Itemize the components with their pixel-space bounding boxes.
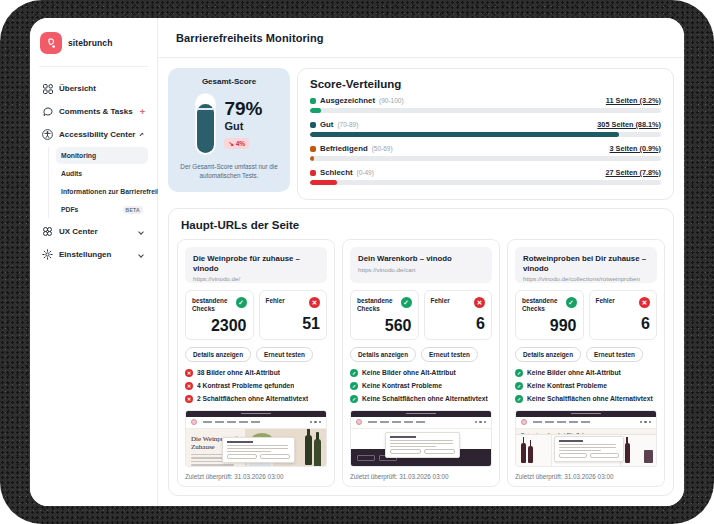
page-content: Gesamt-Score 79% Gut ↘ 4% Der Gesamt-Sco… xyxy=(158,58,684,506)
score-gauge xyxy=(195,93,216,155)
url-card-header: Die Weinprobe für zuhause – vinodo https… xyxy=(185,247,327,283)
distribution-pages-link[interactable]: 11 Seiten (3.2%) xyxy=(606,96,661,105)
retest-button[interactable]: Erneut testen xyxy=(421,347,478,362)
preview-navbar xyxy=(186,417,326,429)
accessibility-icon xyxy=(42,129,53,140)
url-card-title: Dein Warenkorb – vinodo xyxy=(358,254,484,264)
sidebar-item-accessibility-center[interactable]: Accessibility Center xyxy=(39,123,148,146)
error-icon: ✕ xyxy=(185,395,193,403)
add-comment-button[interactable]: + xyxy=(140,107,145,117)
error-circle-icon: ✕ xyxy=(474,297,485,308)
preview-nav-icons xyxy=(640,421,652,424)
distribution-pages-link[interactable]: 3 Seiten (0.9%) xyxy=(609,144,661,153)
app-window: sitebrunch Übersicht Comments & Tasks + xyxy=(30,18,684,506)
retest-button[interactable]: Erneut testen xyxy=(256,347,313,362)
errors-label: Fehler xyxy=(431,297,450,305)
distribution-label: Gut xyxy=(320,120,333,129)
issue-text: Keine Kontrast Probleme xyxy=(362,382,442,389)
distribution-label: Befriedigend xyxy=(320,144,368,153)
check-icon: ✓ xyxy=(350,369,358,377)
website-preview-collection: Rotweinproben bei Dir Zuhause xyxy=(515,410,657,467)
grid-icon xyxy=(42,83,53,94)
sidebar-item-einstellungen[interactable]: Einstellungen xyxy=(39,243,148,266)
url-card-title: Rotweinproben bei Dir zuhause – vinodo xyxy=(523,254,649,273)
details-button[interactable]: Details anzeigen xyxy=(515,347,581,362)
progress-fill xyxy=(310,180,337,185)
retest-button[interactable]: Erneut testen xyxy=(586,347,643,362)
chevron-down-icon xyxy=(138,229,144,235)
score-verteilung-card: Score-Verteilung Ausgezeichnet (90-100) … xyxy=(297,68,674,200)
preview-logo-icon xyxy=(356,419,362,425)
distribution-pages-link[interactable]: 27 Seiten (7.8%) xyxy=(605,168,661,177)
issue-text: 2 Schaltflächen ohne Alternativtext xyxy=(197,395,308,402)
check-circle-icon: ✓ xyxy=(566,297,577,308)
chevron-down-icon xyxy=(138,252,144,258)
sub-item-label: Audits xyxy=(61,170,143,177)
distribution-row-gut: Gut (70-89) 305 Seiten (88.1%) xyxy=(310,120,661,137)
accessibility-submenu: Monitoring Audits Informationen zur Barr… xyxy=(48,147,148,218)
legend-dot xyxy=(310,98,316,104)
errors-value: 6 xyxy=(596,316,651,332)
sidebar-item-audits[interactable]: Audits xyxy=(56,165,148,182)
progress-fill xyxy=(310,132,619,137)
sub-item-label: Monitoring xyxy=(61,152,143,159)
checks-stat: bestandene Checks ✓ 990 xyxy=(515,290,584,340)
sidebar-nav: Übersicht Comments & Tasks + Accessibili… xyxy=(39,77,148,266)
distribution-row-ausgezeichnet: Ausgezeichnet (90-100) 11 Seiten (3.2%) xyxy=(310,96,661,113)
checks-label: bestandene Checks xyxy=(192,297,230,314)
distribution-pages-link[interactable]: 305 Seiten (88.1%) xyxy=(597,120,661,129)
gear-icon xyxy=(42,249,53,260)
check-circle-icon: ✓ xyxy=(401,297,412,308)
check-icon: ✓ xyxy=(515,395,523,403)
score-note: Der Gesamt-Score umfasst nur die automat… xyxy=(175,163,283,180)
last-checked: Zuletzt überprüft: 31.03.2026 03:00 xyxy=(515,473,657,480)
errors-stat: Fehler ✕ 6 xyxy=(424,290,493,340)
error-circle-icon: ✕ xyxy=(639,297,650,308)
issue-text: 38 Bilder ohne Alt-Attribut xyxy=(197,369,280,376)
details-button[interactable]: Details anzeigen xyxy=(185,347,251,362)
error-icon: ✕ xyxy=(185,382,193,390)
website-preview-cart: Dein Warenkorb ist leer xyxy=(350,410,492,467)
sidebar-item-uebersicht[interactable]: Übersicht xyxy=(39,77,148,100)
sidebar-item-label: Übersicht xyxy=(59,84,145,93)
cookie-banner xyxy=(385,432,461,459)
distribution-range: (50-69) xyxy=(372,145,393,152)
last-checked: Zuletzt überprüft: 31.03.2026 03:00 xyxy=(350,473,492,480)
sidebar-item-monitoring[interactable]: Monitoring xyxy=(56,147,148,164)
sidebar-item-ux-center[interactable]: UX Center xyxy=(39,220,148,243)
errors-value: 6 xyxy=(431,316,486,332)
issue-row: ✕38 Bilder ohne Alt-Attribut xyxy=(185,369,327,377)
preview-nav-icons xyxy=(475,421,487,424)
url-card-url: https://vinodo.de/collections/rotweinpro… xyxy=(523,275,649,282)
score-card-title: Gesamt-Score xyxy=(175,77,283,86)
score-grade: Gut xyxy=(224,120,262,132)
progress-fill xyxy=(310,156,314,161)
main-area: Barrierefreiheits Monitoring Gesamt-Scor… xyxy=(158,18,684,506)
issue-row: ✓Keine Kontrast Probleme xyxy=(350,382,492,390)
checks-label: bestandene Checks xyxy=(357,297,395,314)
url-card-header: Dein Warenkorb – vinodo https://vinodo.d… xyxy=(350,247,492,283)
details-button[interactable]: Details anzeigen xyxy=(350,347,416,362)
sidebar-item-label: Comments & Tasks xyxy=(59,107,134,116)
url-card-url: https://vinodo.de/cart xyxy=(358,266,484,273)
distribution-title: Score-Verteilung xyxy=(310,78,661,90)
checks-stat: bestandene Checks ✓ 2300 xyxy=(185,290,254,340)
urls-section-title: Haupt-URLs der Seite xyxy=(181,219,665,231)
checks-label: bestandene Checks xyxy=(522,297,560,314)
sidebar-item-pdfs[interactable]: PDFs BETA xyxy=(56,201,148,218)
sidebar-item-label: Accessibility Center xyxy=(59,130,135,139)
app-name: sitebrunch xyxy=(68,38,112,48)
progress-track xyxy=(310,132,661,137)
preview-logo-icon xyxy=(191,419,197,425)
preview-navbar xyxy=(516,417,656,429)
url-card-rotweinproben: Rotweinproben bei Dir zuhause – vinodo h… xyxy=(507,239,665,487)
sidebar-item-informationen[interactable]: Informationen zur Barrierefreiheit xyxy=(56,183,148,200)
sidebar-item-comments-tasks[interactable]: Comments & Tasks + xyxy=(39,100,148,123)
issue-row: ✕4 Kontrast Probleme gefunden xyxy=(185,382,327,390)
error-circle-icon: ✕ xyxy=(309,297,320,308)
distribution-label: Schlecht xyxy=(320,168,353,177)
issue-text: Keine Bilder ohne Alt-Attribut xyxy=(527,369,621,376)
website-preview-home: Die Weinprobe für Zuhause xyxy=(185,410,327,467)
issue-row: ✓Keine Bilder ohne Alt-Attribut xyxy=(350,369,492,377)
cookie-banner xyxy=(222,437,295,464)
